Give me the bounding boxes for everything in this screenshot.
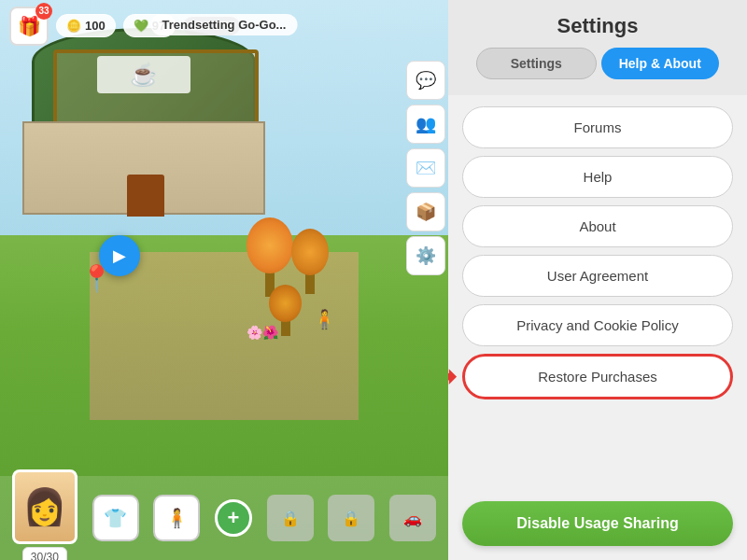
location-pin: 📍 xyxy=(80,263,113,294)
gems-icon: 💚 xyxy=(134,19,148,33)
restore-purchases-container: ➡ Restore Purchases xyxy=(462,354,733,399)
coins-badge: 🪙 100 xyxy=(56,14,116,37)
building-door xyxy=(127,175,164,217)
menu-item-forums[interactable]: Forums xyxy=(462,106,733,148)
menu-item-privacy[interactable]: Privacy and Cookie Policy xyxy=(462,304,733,346)
settings-title: Settings xyxy=(467,14,728,38)
side-icon-mail[interactable]: ✉️ xyxy=(406,148,445,188)
menu-item-user-agreement[interactable]: User Agreement xyxy=(462,255,733,297)
settings-header: Settings Settings Help & About xyxy=(448,0,747,95)
coffee-sign: ☕ xyxy=(97,56,190,93)
character: 🧍 xyxy=(313,308,336,330)
tab-bar: Settings Help & About xyxy=(467,48,728,91)
tab-settings[interactable]: Settings xyxy=(476,48,597,79)
character-button[interactable]: 🧍 xyxy=(153,495,200,541)
quest-banner: Trendsetting Go-Go... xyxy=(151,14,298,35)
building: ☕ xyxy=(22,28,265,215)
car-button[interactable]: 🚗 xyxy=(389,495,436,541)
settings-panel: Settings Settings Help & About Forums He… xyxy=(448,0,747,560)
avatar-section: 👩 30/30 xyxy=(12,469,78,561)
chest-icon[interactable]: 🎁 33 xyxy=(9,7,49,46)
add-button[interactable]: + xyxy=(215,499,252,537)
menu-item-restore-purchases[interactable]: Restore Purchases xyxy=(462,354,733,399)
side-icons: 💬 👥 ✉️ 📦 ⚙️ xyxy=(402,56,448,280)
game-area: ☕ 🌸🌺 🧍 ▶ 📍 🎁 33 🪙 100 💚 xyxy=(0,0,448,560)
side-icon-box[interactable]: 📦 xyxy=(406,192,445,231)
notification-badge: 33 xyxy=(35,3,52,20)
locked-item-2: 🔒 xyxy=(328,495,374,541)
coins-icon: 🪙 xyxy=(66,19,81,33)
coins-value: 100 xyxy=(85,19,106,33)
tab-help-about[interactable]: Help & About xyxy=(601,48,720,79)
side-icon-settings[interactable]: ⚙️ xyxy=(406,236,445,275)
menu-list: Forums Help About User Agreement Privacy… xyxy=(448,95,747,501)
locked-item-1: 🔒 xyxy=(267,495,314,541)
side-icon-shop[interactable]: 👥 xyxy=(406,105,445,144)
avatar[interactable]: 👩 xyxy=(12,469,78,544)
stamina-bar: 30/30 xyxy=(22,547,67,561)
red-arrow-icon: ➡ xyxy=(448,361,456,392)
flowers: 🌸🌺 xyxy=(247,325,278,340)
disable-usage-sharing-button[interactable]: Disable Usage Sharing xyxy=(462,501,733,546)
clothing-button[interactable]: 👕 xyxy=(92,495,139,541)
menu-item-help[interactable]: Help xyxy=(462,156,733,198)
building-base xyxy=(22,121,265,215)
side-icon-chat[interactable]: 💬 xyxy=(406,61,445,100)
menu-item-about[interactable]: About xyxy=(462,205,733,247)
hud-bottom: 👩 30/30 👕 🧍 + 🔒 🔒 🚗 xyxy=(0,476,448,560)
